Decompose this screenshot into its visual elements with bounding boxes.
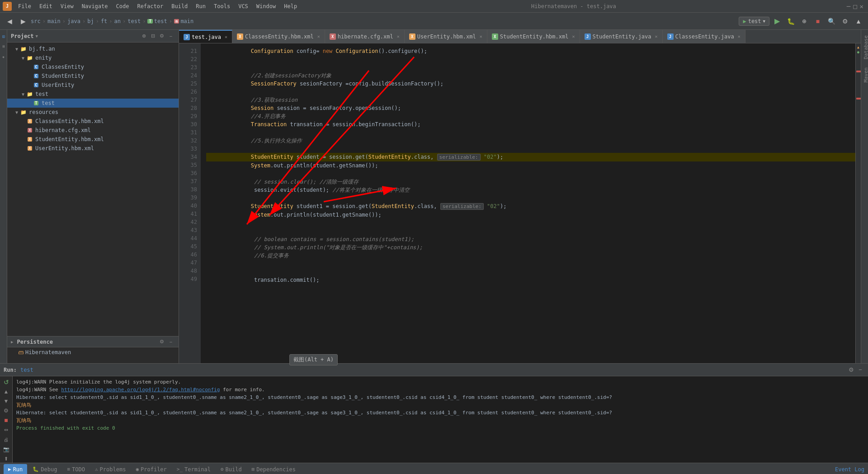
- tree-item-studententity-hbm-xml[interactable]: XStudentEntity.hbm.xml: [7, 135, 179, 144]
- tab-close-btn[interactable]: ✕: [317, 34, 320, 39]
- menu-item-edit[interactable]: Edit: [36, 2, 56, 10]
- print-btn[interactable]: 🖨: [2, 436, 10, 443]
- persistence-item[interactable]: 🗃 Hibernatemaven: [7, 347, 179, 357]
- editor-tab-5[interactable]: J StudentEntity.java✕: [580, 30, 663, 43]
- run-config-label: test: [748, 18, 761, 24]
- run-settings-btn[interactable]: ⚙: [847, 366, 855, 374]
- tree-item-classesentity[interactable]: CClassesEntity: [7, 62, 179, 71]
- maven-sidebar-tab[interactable]: Maven: [862, 64, 867, 86]
- bottom-tab-profiler[interactable]: ◉Profiler: [131, 464, 171, 474]
- breadcrumb-main2[interactable]: m main: [174, 18, 193, 24]
- editor-tab-2[interactable]: X hibernate.cfg.xml✕: [325, 30, 405, 43]
- left-sidebar-favorites-icon[interactable]: ★: [0, 52, 7, 64]
- tree-item-hibernate-cfg-xml[interactable]: Xhibernate.cfg.xml: [7, 126, 179, 135]
- bottom-tab-problems[interactable]: ⚠Problems: [90, 464, 130, 474]
- breadcrumb-java[interactable]: java: [67, 18, 80, 24]
- database-sidebar-tab[interactable]: Database: [862, 32, 867, 63]
- editor-tab-1[interactable]: X ClassesEntity.hbm.xml✕: [232, 30, 325, 43]
- collapse-all-btn[interactable]: ⊟: [149, 32, 157, 40]
- soft-wrap-btn[interactable]: ⇔: [2, 426, 10, 434]
- tree-item-userentity[interactable]: CUserEntity: [7, 81, 179, 90]
- tree-item-resources[interactable]: ▼📁resources: [7, 108, 179, 117]
- bottom-tab-todo[interactable]: ≡TODO: [62, 464, 90, 474]
- editor-tab-0[interactable]: J test.java✕: [179, 30, 232, 43]
- menu-item-view[interactable]: View: [57, 2, 77, 10]
- minimize-btn[interactable]: ─: [847, 3, 850, 10]
- left-sidebar-project-icon[interactable]: ⊞: [0, 32, 7, 42]
- tab-close-btn[interactable]: ✕: [655, 34, 658, 39]
- tab-close-btn[interactable]: ✕: [738, 34, 741, 39]
- editor-tab-4[interactable]: X StudentEntity.hbm.xml✕: [487, 30, 580, 43]
- menu-item-vcs[interactable]: VCS: [235, 2, 252, 10]
- bottom-tab-terminal[interactable]: >_Terminal: [172, 464, 215, 474]
- bottom-tab-debug[interactable]: 🐛Debug: [28, 464, 61, 474]
- tab-close-btn[interactable]: ✕: [397, 34, 400, 39]
- menu-item-tools[interactable]: Tools: [210, 2, 234, 10]
- menu-item-run[interactable]: Run: [192, 2, 209, 10]
- close-btn[interactable]: ✕: [860, 3, 863, 10]
- tree-item-test[interactable]: ▼📁test: [7, 90, 179, 99]
- tree-item-enity[interactable]: ▼📁enity: [7, 53, 179, 62]
- persistence-settings-btn[interactable]: ⚙: [158, 338, 166, 346]
- bottom-tab-dependencies[interactable]: ⊞Dependencies: [247, 464, 300, 474]
- menu-item-build[interactable]: Build: [168, 2, 191, 10]
- editor-tab-6[interactable]: J ClassesEntity.java✕: [663, 30, 745, 43]
- search-btn[interactable]: 🔍: [826, 15, 837, 27]
- event-log-btn[interactable]: Event Log: [835, 466, 864, 473]
- breadcrumb-test[interactable]: test: [127, 18, 141, 24]
- code-content[interactable]: Configuration config= new Configuration(…: [201, 43, 861, 363]
- left-sidebar-structure-icon[interactable]: ≡: [0, 42, 7, 52]
- maximize-btn[interactable]: □: [853, 3, 857, 10]
- scroll-up-btn[interactable]: ▲: [2, 388, 10, 395]
- persistence-expand-icon[interactable]: ▶: [11, 340, 13, 344]
- bottom-tab-build[interactable]: ⚙Build: [216, 464, 246, 474]
- build-btn[interactable]: ⚙: [2, 407, 10, 415]
- tab-close-btn[interactable]: ✕: [225, 34, 227, 39]
- run-btn[interactable]: ▶: [771, 15, 783, 27]
- tab-close-btn[interactable]: ✕: [572, 34, 575, 39]
- debug-btn[interactable]: 🐛: [785, 15, 797, 27]
- bottom-tab-run[interactable]: ▶Run: [4, 464, 27, 474]
- stop-run-btn[interactable]: ■: [2, 417, 10, 424]
- settings-btn[interactable]: ⚙: [839, 15, 851, 27]
- bottom-tab-icon-6: ⚙: [221, 466, 224, 472]
- menu-item-window[interactable]: Window: [253, 2, 279, 10]
- breadcrumb-test2[interactable]: T test: [147, 18, 167, 24]
- tree-item-classesentity-hbm-xml[interactable]: XClassesEntity.hbm.xml: [7, 117, 179, 126]
- breadcrumb-an[interactable]: an: [114, 18, 121, 24]
- breadcrumb-ft[interactable]: ft: [101, 18, 107, 24]
- back-btn[interactable]: ◀: [4, 15, 15, 27]
- coverage-btn[interactable]: ⊕: [798, 15, 810, 27]
- menu-item-help[interactable]: Help: [280, 2, 301, 10]
- tab-close-btn[interactable]: ✕: [480, 34, 482, 39]
- menu-item-navigate[interactable]: Navigate: [78, 2, 112, 10]
- camera-btn[interactable]: 📷: [2, 446, 10, 453]
- line-num-25: 25: [179, 80, 197, 88]
- stop-btn[interactable]: ■: [812, 15, 824, 27]
- project-dropdown-icon[interactable]: ▼: [36, 34, 38, 38]
- menu-item-file[interactable]: File: [14, 2, 35, 10]
- run-minimize-btn[interactable]: −: [856, 366, 864, 374]
- breadcrumb-src[interactable]: src: [31, 18, 41, 24]
- open-in-btn[interactable]: ⬆: [2, 455, 10, 463]
- menu-item-code[interactable]: Code: [113, 2, 133, 10]
- scroll-down-btn[interactable]: ▼: [2, 397, 10, 405]
- plugins-btn[interactable]: ▲: [853, 15, 864, 27]
- tree-item-studententity[interactable]: CStudentEntity: [7, 71, 179, 81]
- code-editor[interactable]: 2122232425262728293031323334353637383940…: [179, 43, 861, 363]
- log-link[interactable]: http://logging.apache.org/log4j/1.2/faq.…: [61, 387, 220, 393]
- rerun-btn[interactable]: ↺: [2, 378, 10, 386]
- tree-item-userentity-hbm-xml[interactable]: XUserEntity.hbm.xml: [7, 144, 179, 153]
- locate-file-btn[interactable]: ⊕: [140, 32, 148, 40]
- breadcrumb-main[interactable]: main: [47, 18, 61, 24]
- tree-item-bj-ft-an[interactable]: ▼📁bj.ft.an: [7, 44, 179, 53]
- project-settings-btn[interactable]: ⚙: [158, 32, 166, 40]
- persistence-minimize-btn[interactable]: −: [167, 338, 175, 346]
- tree-item-test[interactable]: Ttest: [7, 99, 179, 108]
- project-minimize-btn[interactable]: −: [167, 32, 175, 40]
- forward-btn[interactable]: ▶: [17, 15, 29, 27]
- editor-tab-3[interactable]: X UserEntity.hbm.xml✕: [405, 30, 487, 43]
- menu-item-refactor[interactable]: Refactor: [133, 2, 167, 10]
- run-config-selector[interactable]: ▶ test ▼: [739, 17, 769, 26]
- breadcrumb-bj[interactable]: bj: [87, 18, 94, 24]
